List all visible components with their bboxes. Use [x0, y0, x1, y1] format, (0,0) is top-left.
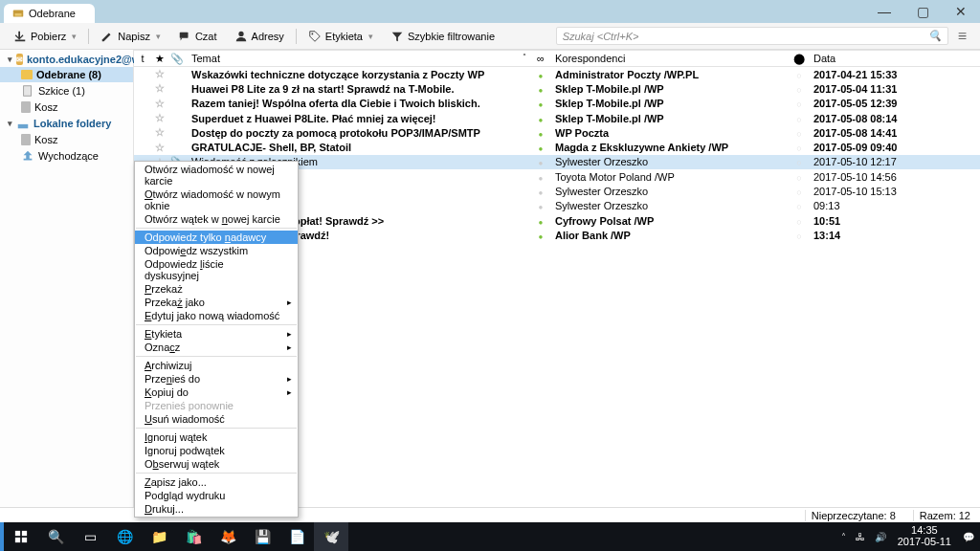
star-cell[interactable]: ☆: [151, 112, 168, 124]
message-row[interactable]: ☆GRATULACJE- Shell, BP, StatoilMagda z E…: [134, 140, 980, 154]
ctx-open-new-tab[interactable]: Otwórz wiadomość w nowej karcie: [135, 163, 298, 187]
search-input[interactable]: Szukaj <Ctrl+K>🔍: [556, 27, 948, 45]
read-cell[interactable]: [532, 200, 549, 211]
addresses-button[interactable]: Adresy: [227, 27, 292, 46]
col-date[interactable]: Data: [808, 53, 980, 64]
ctx-open-thread-tab[interactable]: Otwórz wątek w nowej karcie: [135, 212, 298, 226]
read-cell[interactable]: [532, 230, 549, 241]
read-cell[interactable]: [532, 83, 549, 95]
read-cell[interactable]: [532, 98, 549, 109]
star-cell[interactable]: ☆: [151, 142, 168, 154]
active-tab[interactable]: Odebrane: [4, 4, 95, 23]
message-row[interactable]: ☆Dostęp do poczty za pomocą protokołu PO…: [134, 125, 980, 140]
ctx-reply-list[interactable]: Odpowiedz liście dyskusyjnej: [135, 257, 298, 282]
ctx-ignore-subthread[interactable]: Ignoruj podwątek: [135, 444, 298, 457]
quick-filter-button[interactable]: Szybkie filtrowanie: [383, 27, 502, 46]
important-cell[interactable]: [791, 171, 808, 183]
col-star[interactable]: ★: [151, 53, 168, 65]
thunderbird-button[interactable]: 🕊️: [314, 522, 348, 551]
chat-button[interactable]: Czat: [170, 27, 225, 46]
tray-chevron-icon[interactable]: ˄: [839, 532, 848, 542]
col-important[interactable]: ⬤: [791, 53, 808, 65]
message-row[interactable]: ☆Superduet z Huawei P8Lite. Płać mniej z…: [134, 111, 980, 125]
col-thread[interactable]: t: [134, 53, 151, 64]
tray-notifications-icon[interactable]: 💬: [961, 532, 976, 542]
tag-button[interactable]: Etykieta▾: [301, 27, 381, 46]
star-cell[interactable]: ☆: [151, 126, 168, 139]
ctx-reply-all[interactable]: Odpowiedz wszystkim: [135, 244, 298, 257]
minimize-button[interactable]: —: [865, 0, 903, 23]
important-cell[interactable]: [791, 127, 808, 139]
ctx-archive[interactable]: Archiwizuj: [135, 359, 298, 372]
read-cell[interactable]: [532, 171, 549, 183]
edge-button[interactable]: 🌐: [107, 522, 142, 551]
important-cell[interactable]: [791, 142, 808, 153]
app-menu-button[interactable]: ≡: [950, 28, 974, 45]
important-cell[interactable]: [791, 69, 808, 80]
col-subject[interactable]: Temat˄: [186, 53, 532, 64]
ctx-forward[interactable]: Przekaż: [135, 282, 298, 296]
app-button-2[interactable]: 📄: [279, 522, 314, 551]
ctx-edit-as-new[interactable]: Edytuj jako nową wiadomość: [135, 309, 298, 322]
local-trash[interactable]: Kosz: [0, 132, 133, 147]
read-cell[interactable]: [532, 69, 549, 80]
ctx-print-preview[interactable]: Podgląd wydruku: [135, 489, 298, 502]
ctx-move-to[interactable]: Przenieś do▸: [135, 372, 298, 386]
read-cell[interactable]: [532, 127, 549, 139]
ctx-open-new-window[interactable]: Otwórz wiadomość w nowym oknie: [135, 187, 298, 212]
read-cell[interactable]: [532, 156, 549, 167]
star-cell[interactable]: ☆: [151, 98, 168, 110]
tray-clock[interactable]: 14:35 2017-05-11: [894, 525, 955, 547]
message-row[interactable]: ☆Huawei P8 Lite za 9 zł na start! Sprawd…: [134, 81, 980, 96]
col-read[interactable]: ∞: [532, 53, 549, 64]
ctx-delete[interactable]: Usuń wiadomość: [135, 412, 298, 426]
message-row[interactable]: ☆Razem taniej! Wspólna oferta dla Ciebie…: [134, 97, 980, 111]
important-cell[interactable]: [791, 98, 808, 109]
folder-inbox[interactable]: Odebrane (8): [0, 67, 133, 82]
message-row[interactable]: ☆Wskazówki techniczne dotyczące korzysta…: [134, 67, 980, 81]
write-button[interactable]: Napisz▾: [93, 27, 168, 46]
search-button[interactable]: 🔍: [38, 522, 73, 551]
firefox-button[interactable]: 🦊: [211, 522, 245, 551]
important-cell[interactable]: [791, 230, 808, 241]
important-cell[interactable]: [791, 215, 808, 227]
read-cell[interactable]: [532, 142, 549, 153]
important-cell[interactable]: [791, 83, 808, 95]
maximize-button[interactable]: ▢: [903, 0, 942, 23]
local-folders[interactable]: ▾Lokalne foldery: [0, 115, 133, 132]
app-button-1[interactable]: 💾: [245, 522, 279, 551]
folder-drafts[interactable]: Szkice (1): [0, 82, 133, 99]
ctx-print[interactable]: Drukuj...: [135, 502, 298, 516]
folder-trash[interactable]: Kosz: [0, 99, 133, 115]
local-outbox[interactable]: Wychodzące: [0, 147, 133, 165]
store-button[interactable]: 🛍️: [176, 522, 211, 551]
correspondent-cell: Alior Bank /WP: [549, 230, 791, 241]
important-cell[interactable]: [791, 200, 808, 211]
get-mail-button[interactable]: Pobierz▾: [6, 27, 84, 46]
ctx-reply-sender[interactable]: Odpowiedz tylko nadawcy: [135, 231, 298, 244]
tray-volume-icon[interactable]: 🔊: [873, 532, 888, 542]
account-row[interactable]: ▾✉konto.edukacyjne2@wp.pl: [0, 52, 133, 67]
important-cell[interactable]: [791, 113, 808, 124]
ctx-ignore-thread[interactable]: Ignoruj wątek: [135, 430, 298, 444]
read-cell[interactable]: [532, 113, 549, 124]
ctx-tag[interactable]: Etykieta▸: [135, 327, 298, 341]
star-cell[interactable]: ☆: [151, 68, 168, 80]
important-cell[interactable]: [791, 186, 808, 197]
explorer-button[interactable]: 📁: [142, 522, 176, 551]
task-view-button[interactable]: ▭: [73, 522, 107, 551]
ctx-save-as[interactable]: Zapisz jako...: [135, 475, 298, 489]
ctx-mark[interactable]: Oznacz▸: [135, 341, 298, 354]
col-correspondents[interactable]: Korespondenci: [549, 53, 791, 64]
read-cell[interactable]: [532, 186, 549, 197]
ctx-forward-as[interactable]: Przekaż jako▸: [135, 296, 298, 309]
ctx-watch-thread[interactable]: Obserwuj wątek: [135, 457, 298, 471]
read-cell[interactable]: [532, 215, 549, 227]
ctx-copy-to[interactable]: Kopiuj do▸: [135, 386, 298, 399]
important-cell[interactable]: [791, 156, 808, 167]
col-attachment[interactable]: 📎: [168, 53, 186, 65]
tray-network-icon[interactable]: 🖧: [854, 532, 867, 542]
start-button[interactable]: [4, 522, 38, 551]
close-button[interactable]: ✕: [942, 0, 980, 23]
star-cell[interactable]: ☆: [151, 82, 168, 95]
